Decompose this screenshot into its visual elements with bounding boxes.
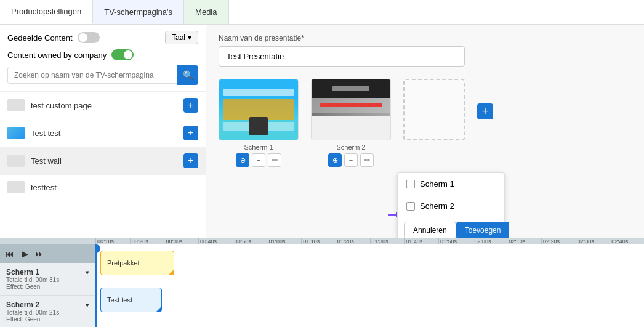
tab-productopstellingen[interactable]: Productopstellingen [0, 0, 93, 24]
screen-dropdown-popup: Scherm 1 Scherm 2 Annuleren Toevoegen [397, 172, 505, 238]
chevron-down-icon: ▾ [188, 33, 191, 42]
ruler-mark: 01:00s [267, 238, 301, 244]
track-block-pretpakket[interactable]: Pretpakket [100, 251, 174, 275]
presentation-label: Naam van de presentatie* [219, 34, 632, 42]
screen-preview-1 [219, 79, 299, 140]
search-button[interactable]: 🔍 [177, 65, 198, 85]
ruler-mark: 00:30s [164, 238, 198, 244]
add-page-button-0[interactable]: + [183, 98, 198, 113]
cancel-button[interactable]: Annuleren [404, 222, 456, 238]
timeline-track-1: Pretpakket [95, 244, 644, 281]
ruler-mark: 01:20s [336, 238, 370, 244]
dropdown-item-scherm1[interactable]: Scherm 1 [398, 173, 504, 195]
screen-edit-action-2[interactable]: ✏ [360, 153, 374, 167]
ruler-mark: 02:20s [541, 238, 576, 244]
search-input[interactable] [7, 67, 177, 84]
resize-handle[interactable] [169, 270, 174, 275]
ruler-mark: 02:30s [576, 238, 610, 244]
company-label: Content owned by company [7, 50, 107, 60]
track-block-testtest[interactable]: Test test [100, 288, 162, 312]
ruler-mark: 02:40s [610, 238, 644, 244]
screen-add-action-1[interactable]: ⊕ [236, 153, 249, 167]
chevron-down-icon: ▾ [86, 269, 89, 276]
list-item: test custom page + [0, 92, 206, 119]
shared-content-toggle[interactable] [78, 32, 100, 43]
skip-forward-button[interactable]: ⏭ [33, 248, 46, 260]
ruler-mark: 00:50s [233, 238, 267, 244]
tab-tv-schermpaginas[interactable]: TV-schermpagina's [93, 0, 184, 24]
page-thumb [7, 127, 25, 139]
chevron-down-icon: ▾ [86, 302, 89, 309]
list-item: Test wall + [0, 147, 206, 175]
timeline-screen-label-2: Scherm 2 ▾ [6, 301, 89, 309]
list-item: testtest [0, 175, 206, 200]
shared-content-label: Gedeelde Content [7, 33, 73, 42]
screen-card-1: Scherm 1 ⊕ − ✏ [219, 79, 299, 167]
screen-label-2: Scherm 2 [336, 143, 365, 151]
resize-handle[interactable] [156, 307, 161, 312]
screen-remove-action-1[interactable]: − [252, 153, 265, 167]
screen-label-1: Scherm 1 [244, 143, 273, 151]
timeline-screen-effect-1: Effect: Geen [6, 283, 89, 290]
timeline-screen-time-2: Totale tijd: 00m 21s [6, 309, 89, 316]
timeline-track-2: Test test [95, 281, 644, 318]
company-toggle[interactable] [111, 49, 134, 60]
timeline-screen-label-1: Scherm 1 ▾ [6, 268, 89, 277]
screen-card-2: Scherm 2 ⊕ − ✏ [311, 79, 391, 167]
screen-remove-action-2[interactable]: − [344, 153, 358, 167]
add-page-button-2[interactable]: + [183, 153, 198, 168]
play-button[interactable]: ▶ [18, 248, 31, 260]
screen-edit-action-1[interactable]: ✏ [268, 153, 281, 167]
page-thumb [7, 99, 25, 111]
add-button[interactable]: Toevoegen [456, 222, 510, 238]
timeline-ruler: 00:10s 00:20s 00:30s 00:40s 00:50s 01:00… [0, 238, 644, 244]
ruler-mark: 00:10s [95, 238, 130, 244]
ruler-mark: 01:30s [370, 238, 405, 244]
ruler-mark: 02:10s [507, 238, 541, 244]
checkbox-scherm2[interactable] [406, 202, 415, 211]
screen-preview-2 [311, 79, 391, 140]
list-item: Test test + [0, 119, 206, 147]
page-thumb [7, 181, 25, 193]
taal-button[interactable]: Taal ▾ [165, 31, 198, 44]
timeline-screen-effect-2: Effect: Geen [6, 316, 89, 323]
add-screen-button[interactable]: + [477, 103, 493, 119]
ruler-mark: 02:00s [473, 238, 507, 244]
ruler-mark: 01:10s [301, 238, 336, 244]
ruler-mark: 00:20s [130, 238, 164, 244]
page-list: test custom page + Test test + Test wall… [0, 92, 206, 238]
add-page-button-1[interactable]: + [183, 126, 198, 140]
skip-back-button[interactable]: ⏮ [4, 248, 16, 260]
presentation-name-input[interactable] [219, 46, 465, 67]
ruler-mark: 00:40s [198, 238, 233, 244]
dropdown-item-scherm2[interactable]: Scherm 2 [398, 195, 504, 217]
ruler-mark: 01:40s [404, 238, 438, 244]
timeline-screen-time-1: Totale tijd: 00m 31s [6, 277, 89, 283]
tab-media[interactable]: Media [184, 0, 228, 24]
screen-add-action-2[interactable]: ⊕ [328, 153, 342, 167]
checkbox-scherm1[interactable] [406, 180, 415, 188]
page-thumb [7, 155, 25, 167]
screen-placeholder [403, 79, 465, 140]
ruler-mark: 01:50s [438, 238, 473, 244]
